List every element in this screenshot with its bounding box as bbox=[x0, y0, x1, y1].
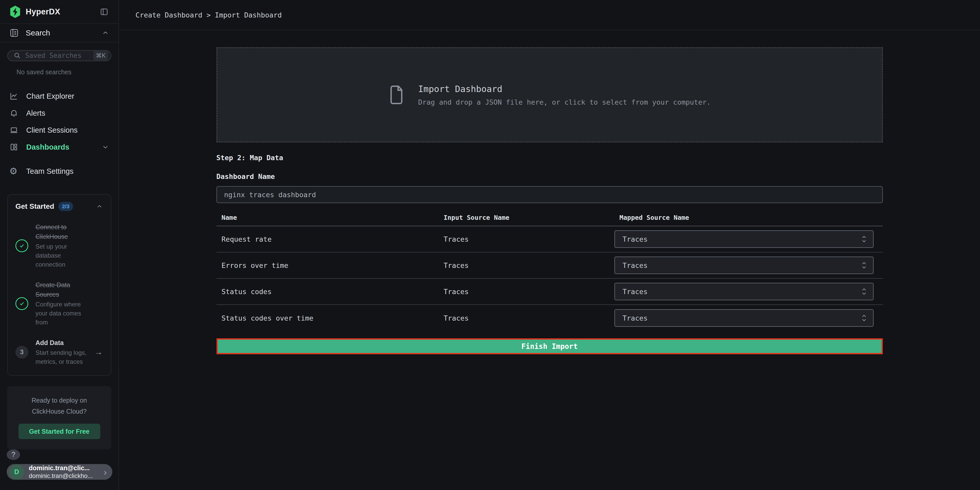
deploy-text-line2: ClickHouse Cloud? bbox=[14, 406, 104, 417]
bell-icon bbox=[9, 108, 19, 118]
hyperdx-logo-icon bbox=[9, 5, 21, 18]
input-source-cell: Traces bbox=[439, 261, 614, 269]
sidebar-item-label: Client Sessions bbox=[26, 126, 109, 134]
user-menu[interactable]: D dominic.tran@clic... dominic.tran@clic… bbox=[7, 464, 112, 480]
step-desc: Configure where your data comes from bbox=[35, 300, 88, 327]
mapping-table: Name Input Source Name Mapped Source Nam… bbox=[216, 209, 883, 331]
keyboard-shortcut-badge: ⌘K bbox=[93, 51, 108, 60]
input-source-cell: Traces bbox=[439, 288, 614, 296]
sidebar-item-alerts[interactable]: Alerts bbox=[0, 105, 119, 122]
saved-searches-input-wrap: ⌘K bbox=[7, 50, 111, 61]
chevron-up-icon bbox=[96, 203, 103, 210]
chart-name-cell: Status codes bbox=[216, 288, 439, 296]
selected-option: Traces bbox=[623, 288, 861, 296]
sidebar: HyperDX Search ⌘K No saved searches bbox=[0, 0, 119, 490]
mapped-source-select[interactable]: Traces bbox=[614, 256, 873, 274]
step-title: Create Data Sources bbox=[35, 280, 88, 299]
step-title: Connect to ClickHouse bbox=[35, 223, 88, 242]
user-name: dominic.tran@clic... bbox=[29, 464, 104, 472]
search-section-icon bbox=[9, 28, 19, 38]
avatar: D bbox=[9, 465, 24, 479]
file-icon bbox=[388, 84, 404, 105]
check-circle-icon bbox=[16, 239, 28, 252]
get-started-step-sources[interactable]: Create Data Sources Configure where your… bbox=[16, 280, 103, 327]
content: Import Dashboard Drag and drop a JSON fi… bbox=[119, 30, 980, 490]
column-header-mapped-source: Mapped Source Name bbox=[614, 214, 883, 221]
select-chevrons-icon bbox=[861, 261, 867, 270]
chart-name-cell: Errors over time bbox=[216, 261, 439, 269]
deploy-promo-card: Ready to deploy on ClickHouse Cloud? Get… bbox=[7, 386, 111, 449]
chart-name-cell: Request rate bbox=[216, 235, 439, 243]
table-row: Status codes Traces Traces bbox=[216, 279, 883, 305]
search-section-label: Search bbox=[26, 29, 102, 37]
get-started-step-connect[interactable]: Connect to ClickHouse Set up your databa… bbox=[16, 223, 103, 269]
table-row: Errors over time Traces Traces bbox=[216, 253, 883, 279]
saved-searches-input[interactable] bbox=[25, 52, 93, 59]
line-chart-icon bbox=[9, 92, 19, 101]
table-row: Status codes over time Traces Traces bbox=[216, 305, 883, 331]
input-source-cell: Traces bbox=[439, 314, 614, 322]
breadcrumb: Create Dashboard > Import Dashboard bbox=[135, 11, 282, 19]
dropzone-title: Import Dashboard bbox=[418, 84, 711, 94]
finish-import-button[interactable]: Finish Import bbox=[216, 338, 883, 354]
get-started-title: Get Started bbox=[16, 202, 54, 210]
input-source-cell: Traces bbox=[439, 235, 614, 243]
check-circle-icon bbox=[16, 297, 28, 310]
table-row: Request rate Traces Traces bbox=[216, 226, 883, 253]
sidebar-item-client-sessions[interactable]: Client Sessions bbox=[0, 122, 119, 138]
topbar: Create Dashboard > Import Dashboard bbox=[119, 0, 980, 30]
get-started-step-add-data[interactable]: 3 Add Data Start sending logs, metrics, … bbox=[16, 338, 103, 366]
chevron-right-icon: › bbox=[104, 468, 107, 476]
chevron-up-icon bbox=[102, 29, 109, 37]
dashboard-layout-icon bbox=[9, 142, 19, 152]
selected-option: Traces bbox=[623, 261, 861, 269]
search-icon bbox=[13, 52, 21, 59]
chart-name-cell: Status codes over time bbox=[216, 314, 439, 322]
sidebar-item-search[interactable]: Search bbox=[0, 24, 119, 42]
step-number-badge: 3 bbox=[16, 346, 28, 359]
select-chevrons-icon bbox=[861, 287, 867, 296]
step-title: Add Data bbox=[35, 338, 88, 348]
sidebar-item-label: Chart Explorer bbox=[26, 92, 109, 100]
column-header-input-source: Input Source Name bbox=[439, 214, 614, 221]
dashboard-name-label: Dashboard Name bbox=[216, 172, 883, 180]
column-header-name: Name bbox=[216, 214, 439, 221]
gear-icon: ⚙ bbox=[9, 167, 19, 176]
step-heading: Step 2: Map Data bbox=[216, 154, 883, 162]
get-started-card: Get Started 2/3 Connect to ClickHouse Se… bbox=[7, 194, 111, 376]
sidebar-item-chart-explorer[interactable]: Chart Explorer bbox=[0, 88, 119, 105]
deploy-text-line1: Ready to deploy on bbox=[14, 395, 104, 406]
sidebar-item-team-settings[interactable]: ⚙ Team Settings bbox=[0, 163, 119, 180]
help-button[interactable]: ? bbox=[7, 449, 20, 460]
sidebar-item-label: Dashboards bbox=[26, 143, 102, 151]
no-saved-searches-text: No saved searches bbox=[16, 68, 119, 76]
laptop-icon bbox=[9, 126, 19, 135]
step-desc: Start sending logs, metrics, or traces bbox=[35, 348, 88, 366]
select-chevrons-icon bbox=[861, 313, 867, 322]
main-area: Create Dashboard > Import Dashboard Impo… bbox=[119, 0, 980, 490]
dashboard-name-input[interactable] bbox=[216, 186, 883, 203]
mapped-source-select[interactable]: Traces bbox=[614, 283, 873, 300]
chevron-down-icon bbox=[102, 143, 109, 151]
progress-badge: 2/3 bbox=[58, 202, 73, 211]
collapse-sidebar-icon[interactable] bbox=[99, 7, 109, 17]
get-started-free-button[interactable]: Get Started for Free bbox=[19, 424, 100, 439]
get-started-header[interactable]: Get Started 2/3 bbox=[16, 202, 103, 211]
import-dropzone[interactable]: Import Dashboard Drag and drop a JSON fi… bbox=[216, 47, 883, 142]
logo-row: HyperDX bbox=[0, 0, 119, 24]
selected-option: Traces bbox=[623, 235, 861, 243]
user-email: dominic.tran@clickho... bbox=[29, 472, 104, 480]
dropzone-subtitle: Drag and drop a JSON file here, or click… bbox=[418, 98, 711, 106]
table-header-row: Name Input Source Name Mapped Source Nam… bbox=[216, 209, 883, 226]
sidebar-nav: Chart Explorer Alerts Client Sessions Da… bbox=[0, 88, 119, 180]
app-title: HyperDX bbox=[26, 7, 99, 16]
sidebar-item-label: Team Settings bbox=[26, 167, 109, 176]
sidebar-item-label: Alerts bbox=[26, 109, 109, 118]
sidebar-item-dashboards[interactable]: Dashboards bbox=[0, 138, 119, 156]
select-chevrons-icon bbox=[861, 235, 867, 243]
step-desc: Set up your database connection bbox=[35, 242, 88, 269]
arrow-right-icon: → bbox=[94, 347, 103, 357]
mapped-source-select[interactable]: Traces bbox=[614, 309, 873, 327]
selected-option: Traces bbox=[623, 314, 861, 322]
mapped-source-select[interactable]: Traces bbox=[614, 230, 873, 248]
